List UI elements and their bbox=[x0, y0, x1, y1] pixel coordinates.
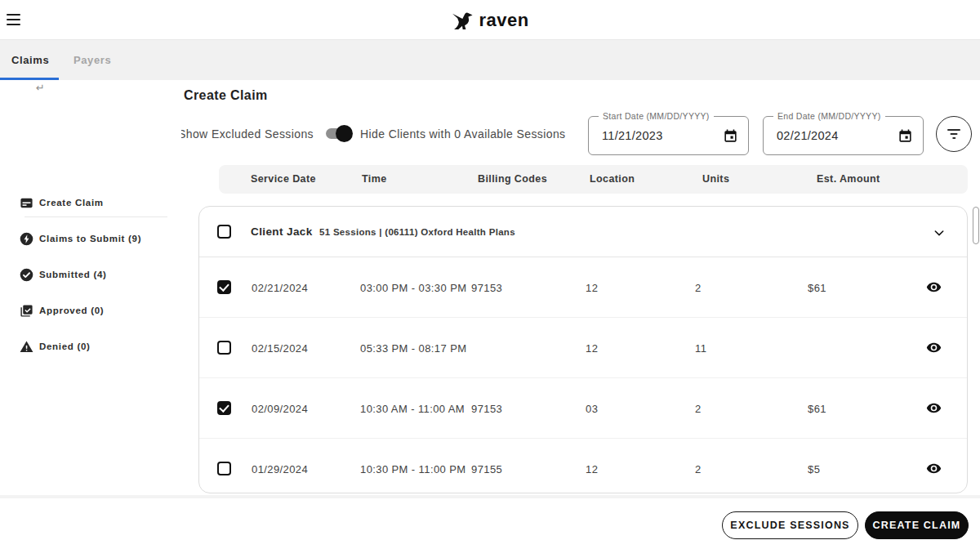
sidebar-item-label: Create Claim bbox=[39, 198, 104, 208]
active-tab-underline bbox=[0, 78, 59, 80]
service-date-cell: 02/15/2024 bbox=[252, 342, 308, 355]
page-title: Create Claim bbox=[184, 88, 268, 103]
location-cell: 12 bbox=[586, 342, 598, 355]
session-checkbox[interactable] bbox=[217, 280, 231, 294]
session-row[interactable]: 01/29/2024 10:30 PM - 11:00 PM 97155 12 … bbox=[199, 439, 967, 493]
create-claim-button[interactable]: CREATE CLAIM bbox=[865, 511, 969, 539]
sidebar-item-denied[interactable]: Denied (0) bbox=[0, 338, 181, 355]
tab-payers-label: Payers bbox=[74, 54, 111, 66]
service-date-cell: 02/09/2024 bbox=[252, 403, 308, 415]
sidebar-item-submitted[interactable]: Submitted (4) bbox=[0, 266, 181, 283]
est-amount-cell: $5 bbox=[808, 463, 820, 475]
view-session-eye-icon[interactable] bbox=[926, 400, 942, 416]
col-service-date: Service Date bbox=[251, 173, 316, 185]
units-cell: 2 bbox=[695, 463, 702, 475]
sidebar-item-label: Claims to Submit (9) bbox=[39, 234, 141, 243]
sidebar-divider bbox=[24, 216, 167, 217]
col-location: Location bbox=[590, 173, 635, 185]
tab-claims-label: Claims bbox=[11, 54, 49, 66]
client-checkbox[interactable] bbox=[217, 225, 231, 239]
sidebar-item-label: Submitted (4) bbox=[39, 270, 107, 279]
return-arrow-icon[interactable]: ↵ bbox=[36, 82, 45, 94]
menu-hamburger-icon[interactable] bbox=[7, 12, 23, 27]
client-name: Client Jack bbox=[251, 225, 313, 238]
session-checkbox[interactable] bbox=[217, 341, 231, 355]
col-units: Units bbox=[702, 173, 729, 185]
service-date-cell: 01/29/2024 bbox=[252, 463, 308, 475]
filter-icon bbox=[947, 129, 960, 139]
billing-code-cell: 97153 bbox=[471, 282, 502, 294]
warning-triangle-icon bbox=[20, 340, 33, 354]
location-cell: 12 bbox=[586, 282, 598, 294]
tab-claims[interactable]: Claims bbox=[11, 40, 49, 80]
view-session-eye-icon[interactable] bbox=[926, 340, 942, 355]
client-sessions-card: Client Jack 51 Sessions | (06111) Oxford… bbox=[198, 206, 968, 493]
col-time: Time bbox=[362, 173, 387, 185]
session-row[interactable]: 02/15/2024 05:33 PM - 08:17 PM 12 11 bbox=[199, 318, 967, 378]
approved-check-icon bbox=[20, 304, 33, 318]
calendar-icon[interactable] bbox=[723, 128, 738, 144]
footer-action-bar: EXCLUDE SESSIONS CREATE CLAIM bbox=[0, 495, 980, 549]
client-session-info: 51 Sessions | (06111) Oxford Health Plan… bbox=[319, 227, 515, 237]
units-cell: 11 bbox=[695, 342, 706, 355]
session-checkbox[interactable] bbox=[217, 462, 231, 475]
tab-payers[interactable]: Payers bbox=[74, 40, 111, 80]
est-amount-cell: $61 bbox=[808, 403, 826, 415]
time-cell: 05:33 PM - 08:17 PM bbox=[360, 342, 466, 355]
session-row[interactable]: 02/21/2024 03:00 PM - 03:30 PM 97153 12 … bbox=[199, 257, 967, 318]
location-cell: 03 bbox=[586, 403, 598, 415]
session-row[interactable]: 02/09/2024 10:30 AM - 11:00 AM 97153 03 … bbox=[199, 378, 967, 439]
client-header-row[interactable]: Client Jack 51 Sessions | (06111) Oxford… bbox=[199, 207, 967, 257]
time-cell: 10:30 AM - 11:00 AM bbox=[360, 403, 465, 415]
toggle-knob bbox=[336, 125, 353, 142]
time-cell: 03:00 PM - 03:30 PM bbox=[360, 282, 466, 294]
exclude-sessions-button[interactable]: EXCLUDE SESSIONS bbox=[722, 511, 858, 539]
top-bar bbox=[0, 0, 980, 40]
est-amount-cell: $61 bbox=[808, 282, 826, 294]
chevron-down-icon[interactable] bbox=[933, 226, 946, 239]
billing-card-icon bbox=[20, 196, 33, 210]
bolt-circle-icon bbox=[20, 232, 33, 246]
start-date-label: Start Date (MM/DD/YYYY) bbox=[599, 111, 714, 121]
sidebar-item-label: Approved (0) bbox=[39, 306, 104, 315]
hide-clients-label: Hide Clients with 0 Available Sessions bbox=[360, 127, 566, 141]
view-session-eye-icon[interactable] bbox=[926, 461, 942, 476]
start-date-field[interactable]: Start Date (MM/DD/YYYY) 11/21/2023 bbox=[588, 116, 749, 155]
session-checkbox[interactable] bbox=[217, 401, 231, 415]
location-cell: 12 bbox=[586, 463, 598, 475]
vertical-scrollbar-thumb[interactable] bbox=[973, 207, 979, 244]
hide-clients-toggle[interactable] bbox=[326, 127, 354, 140]
sidebar-item-label: Denied (0) bbox=[39, 341, 91, 351]
col-billing-codes: Billing Codes bbox=[478, 173, 547, 185]
end-date-value[interactable]: 02/21/2024 bbox=[777, 129, 839, 142]
sidebar-item-claims-to-submit[interactable]: Claims to Submit (9) bbox=[0, 230, 181, 247]
billing-code-cell: 97155 bbox=[471, 463, 502, 475]
calendar-icon[interactable] bbox=[898, 128, 913, 144]
units-cell: 2 bbox=[695, 403, 702, 415]
table-header-bar: Service Date Time Billing Codes Location… bbox=[219, 165, 968, 194]
end-date-field[interactable]: End Date (MM/DD/YYYY) 02/21/2024 bbox=[763, 116, 924, 155]
view-session-eye-icon[interactable] bbox=[926, 279, 942, 295]
service-date-cell: 02/21/2024 bbox=[252, 282, 308, 294]
sidebar-item-approved[interactable]: Approved (0) bbox=[0, 302, 181, 319]
tab-bar bbox=[0, 40, 980, 80]
filter-button[interactable] bbox=[936, 116, 972, 152]
col-est-amount: Est. Amount bbox=[817, 173, 880, 185]
units-cell: 2 bbox=[695, 282, 702, 294]
sidebar-item-create-claim[interactable]: Create Claim bbox=[0, 194, 181, 211]
check-circle-icon bbox=[20, 268, 33, 282]
time-cell: 10:30 PM - 11:00 PM bbox=[360, 463, 466, 475]
sidebar: ↵ Create Claim Claims to Submit (9) Subm… bbox=[0, 80, 181, 549]
show-excluded-sessions-label: Show Excluded Sessions bbox=[178, 127, 314, 141]
start-date-value[interactable]: 11/21/2023 bbox=[602, 129, 663, 142]
end-date-label: End Date (MM/DD/YYYY) bbox=[773, 111, 885, 121]
billing-code-cell: 97153 bbox=[471, 403, 502, 415]
